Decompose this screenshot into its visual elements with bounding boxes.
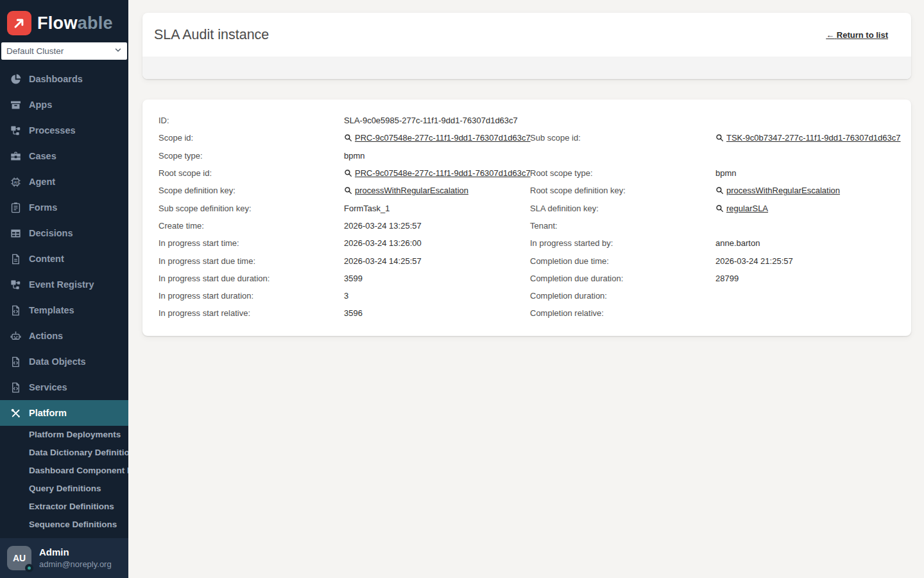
- table-icon: [10, 227, 22, 240]
- sidebar-item-cases[interactable]: Cases: [0, 143, 128, 169]
- field-value-link[interactable]: regularSLA: [715, 204, 768, 213]
- return-to-list-link[interactable]: ← Return to list: [826, 30, 888, 40]
- detail-row: Create time:2026-03-24 13:25:57Tenant:: [158, 217, 895, 234]
- field-value: 28799: [715, 274, 739, 283]
- sidebar-item-label: Processes: [29, 125, 76, 136]
- field-value: bpmn: [344, 151, 365, 161]
- field-label: In progress start time:: [158, 238, 344, 248]
- submenu-item-query-definitions[interactable]: Query Definitions: [0, 480, 128, 498]
- field-value: bpmn: [715, 168, 737, 178]
- user-footer[interactable]: AU Admin admin@noreply.org: [0, 538, 128, 578]
- platform-submenu: Platform DeploymentsData Dictionary Defi…: [0, 426, 128, 534]
- field-label: Create time:: [158, 221, 344, 231]
- magnifier-icon: [715, 186, 724, 195]
- field-value-link[interactable]: PRC-9c07548e-277c-11f1-9dd1-76307d1d63c7: [344, 168, 531, 178]
- sidebar-item-data-objects[interactable]: Data Objects: [0, 349, 128, 374]
- field-value: SLA-9c0e5985-277c-11f1-9dd1-76307d1d63c7: [344, 116, 518, 125]
- sidebar-item-label: Data Objects: [29, 356, 86, 367]
- field-value-link[interactable]: processWithRegularEscalation: [344, 186, 468, 195]
- box-icon: [10, 99, 22, 111]
- field-value: 2026-03-24 21:25:57: [715, 256, 793, 266]
- field-label: Completion due time:: [530, 256, 715, 266]
- field-label: In progress start duration:: [158, 291, 344, 301]
- sidebar-item-label: Cases: [29, 151, 56, 161]
- cluster-select[interactable]: Default Cluster: [1, 42, 127, 60]
- submenu-item-extractor-definitions[interactable]: Extractor Definitions: [0, 498, 128, 516]
- field-label: Tenant:: [530, 221, 715, 231]
- detail-cell-right: Completion relative:: [530, 308, 895, 318]
- detail-cell-left: Scope definition key:processWithRegularE…: [158, 186, 530, 195]
- header-toolbar-strip: [142, 57, 911, 79]
- cluster-select-wrap: Default Cluster: [1, 42, 127, 60]
- field-value: regularSLA: [726, 204, 768, 213]
- submenu-item-sequence-definitions[interactable]: Sequence Definitions: [0, 516, 128, 534]
- sidebar-item-actions[interactable]: Actions: [0, 323, 128, 349]
- field-label: Completion relative:: [530, 308, 715, 318]
- svg-text:AI: AI: [14, 180, 18, 184]
- field-label: Root scope id:: [158, 168, 344, 178]
- field-value: processWithRegularEscalation: [726, 186, 840, 195]
- field-value-link[interactable]: PRC-9c07548e-277c-11f1-9dd1-76307d1d63c7: [344, 133, 531, 143]
- detail-cell-left: Scope type:bpmn: [158, 151, 530, 161]
- detail-cell-right: Root scope type:bpmn: [530, 168, 895, 178]
- detail-cell-right: In progress started by:anne.barton: [530, 238, 895, 248]
- magnifier-icon: [715, 134, 724, 142]
- detail-cell-left: Sub scope definition key:FormTask_1: [158, 204, 530, 213]
- field-label: In progress started by:: [530, 238, 715, 248]
- sidebar-item-agent[interactable]: AIAgent: [0, 169, 128, 195]
- sidebar-item-templates[interactable]: Templates: [0, 297, 128, 323]
- submenu-item-platform-deployments[interactable]: Platform Deployments: [0, 426, 128, 444]
- field-value: TSK-9c0b7347-277c-11f1-9dd1-76307d1d63c7: [726, 133, 901, 143]
- field-value-link[interactable]: processWithRegularEscalation: [715, 186, 840, 195]
- sidebar-item-label: Apps: [29, 100, 52, 110]
- field-label: Completion duration:: [530, 291, 715, 301]
- ai-chip-icon: AI: [10, 176, 22, 188]
- detail-row: ID:SLA-9c0e5985-277c-11f1-9dd1-76307d1d6…: [158, 112, 895, 129]
- file-icon: [10, 253, 22, 265]
- page-header-top: SLA Audit instance ← Return to list: [142, 13, 911, 57]
- sidebar-item-label: Services: [29, 382, 67, 392]
- detail-row: In progress start due time:2026-03-24 14…: [158, 252, 895, 269]
- field-label: Scope definition key:: [158, 186, 344, 195]
- code-file-icon: [10, 381, 22, 394]
- avatar: AU: [7, 546, 31, 570]
- detail-row: In progress start due duration:3599Compl…: [158, 270, 895, 287]
- submenu-item-data-dictionary-definitions[interactable]: Data Dictionary Definitions: [0, 444, 128, 462]
- left-arrow-icon: ←: [826, 30, 834, 40]
- field-value: PRC-9c07548e-277c-11f1-9dd1-76307d1d63c7: [355, 168, 531, 178]
- sidebar-item-label: Forms: [29, 202, 57, 213]
- sidebar-item-content[interactable]: Content: [0, 246, 128, 272]
- field-label: Scope id:: [158, 133, 344, 143]
- detail-cell-right: Completion due duration:28799: [530, 274, 895, 283]
- detail-cell-left: In progress start relative:3596: [158, 308, 530, 318]
- flowable-logo: Flowable: [0, 0, 128, 36]
- sidebar-item-platform[interactable]: Platform: [0, 400, 128, 426]
- detail-cell-right: SLA definition key:regularSLA: [530, 204, 895, 213]
- sidebar-item-forms[interactable]: Forms: [0, 195, 128, 220]
- sitemap-icon: [10, 279, 22, 291]
- sla-detail-card: ID:SLA-9c0e5985-277c-11f1-9dd1-76307d1d6…: [142, 100, 911, 336]
- detail-cell-left: Scope id:PRC-9c07548e-277c-11f1-9dd1-763…: [158, 133, 530, 143]
- sidebar-item-decisions[interactable]: Decisions: [0, 220, 128, 246]
- field-label: In progress start due time:: [158, 256, 344, 266]
- field-value: FormTask_1: [344, 204, 390, 213]
- submenu-item-dashboard-component-definitions[interactable]: Dashboard Component Definitions: [0, 462, 128, 480]
- detail-cell-left: Create time:2026-03-24 13:25:57: [158, 221, 530, 231]
- field-label: In progress start relative:: [158, 308, 344, 318]
- sidebar-item-services[interactable]: Services: [0, 374, 128, 400]
- sidebar-item-event-registry[interactable]: Event Registry: [0, 272, 128, 297]
- detail-cell-left: In progress start duration:3: [158, 291, 530, 301]
- sidebar-item-apps[interactable]: Apps: [0, 92, 128, 118]
- magnifier-icon: [344, 186, 352, 195]
- flowable-arrow-icon: [7, 11, 31, 35]
- sidebar-item-dashboards[interactable]: Dashboards: [0, 66, 128, 92]
- detail-row: In progress start time:2026-03-24 13:26:…: [158, 234, 895, 252]
- sidebar-item-processes[interactable]: Processes: [0, 118, 128, 143]
- field-value: 2026-03-24 13:26:00: [344, 238, 422, 248]
- detail-cell-right: Completion duration:: [530, 291, 895, 301]
- sitemap-icon: [10, 125, 22, 137]
- detail-cell-left: ID:SLA-9c0e5985-277c-11f1-9dd1-76307d1d6…: [158, 116, 530, 125]
- avatar-initials: AU: [13, 553, 26, 563]
- field-value-link[interactable]: TSK-9c0b7347-277c-11f1-9dd1-76307d1d63c7: [715, 133, 901, 143]
- page-title: SLA Audit instance: [154, 27, 269, 43]
